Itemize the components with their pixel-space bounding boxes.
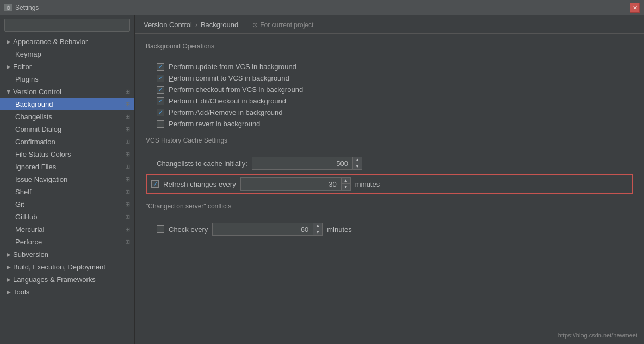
- sidebar-item-version-control[interactable]: ▶Version Control⊞: [0, 85, 134, 98]
- check-every-spinner: ▲ ▼: [212, 223, 323, 236]
- project-icon: ⊙: [252, 21, 258, 29]
- page-icon-file-status-colors: ⊞: [125, 151, 130, 158]
- sidebar-item-github[interactable]: GitHub⊞: [0, 211, 134, 223]
- refresh-unit: minutes: [355, 180, 380, 188]
- settings-icon: ⚙: [4, 4, 12, 11]
- main-layout: ▶Appearance & BehaviorKeymap▶EditorPlugi…: [0, 15, 644, 344]
- changelists-increment[interactable]: ▲: [353, 157, 362, 163]
- sidebar-label-commit-dialog: Commit Dialog: [15, 125, 61, 133]
- changelists-label: Changelists to cache initially:: [157, 159, 247, 168]
- divider3: [146, 216, 633, 216]
- sidebar-item-plugins[interactable]: Plugins: [0, 73, 134, 85]
- sidebar-item-background[interactable]: Background⊞: [0, 98, 134, 110]
- sidebar-label-file-status-colors: File Status Colors: [15, 150, 71, 158]
- cb-row-commit: Perform commit to VCS in background: [157, 74, 633, 82]
- changelists-row: Changelists to cache initially: ▲ ▼: [157, 157, 633, 170]
- cb-add[interactable]: [157, 109, 164, 116]
- cb-row-edit: Perform Edit/Checkout in background: [157, 97, 633, 105]
- sidebar-item-commit-dialog[interactable]: Commit Dialog⊞: [0, 123, 134, 136]
- changelists-decrement[interactable]: ▼: [353, 163, 362, 169]
- check-every-label: Check every: [169, 225, 208, 234]
- cb-refresh[interactable]: [151, 180, 159, 188]
- arrow-icon-editor: ▶: [7, 64, 11, 70]
- sidebar-label-perforce: Perforce: [15, 238, 42, 246]
- refresh-spinner: ▲ ▼: [240, 177, 351, 191]
- sidebar-item-shelf[interactable]: Shelf⊞: [0, 186, 134, 198]
- refresh-increment[interactable]: ▲: [342, 178, 350, 184]
- check-every-input[interactable]: [213, 224, 313, 235]
- page-icon-background: ⊞: [125, 101, 130, 108]
- sidebar-item-tools[interactable]: ▶Tools: [0, 286, 134, 298]
- sidebar-item-editor[interactable]: ▶Editor: [0, 60, 134, 73]
- cb-edit-label: Perform Edit/Checkout in background: [169, 97, 286, 105]
- sidebar-item-git[interactable]: Git⊞: [0, 198, 134, 211]
- sidebar-item-appearance[interactable]: ▶Appearance & Behavior: [0, 35, 134, 48]
- watermark: https://blog.csdn.net/newmeet: [558, 332, 637, 339]
- breadcrumb-separator: ›: [195, 21, 197, 29]
- check-every-spinner-buttons: ▲ ▼: [313, 223, 322, 235]
- sidebar-item-changelists[interactable]: Changelists⊞: [0, 110, 134, 123]
- arrow-icon-version-control: ▶: [6, 90, 12, 94]
- refresh-input[interactable]: [241, 179, 341, 190]
- close-button[interactable]: ✕: [630, 3, 640, 13]
- cb-checkout[interactable]: [157, 86, 164, 94]
- sidebar-item-perforce[interactable]: Perforce⊞: [0, 236, 134, 248]
- sidebar-label-ignored-files: Ignored Files: [15, 163, 56, 171]
- page-icon-confirmation: ⊞: [125, 138, 130, 145]
- sidebar-label-build-exec: Build, Execution, Deployment: [13, 263, 106, 271]
- refresh-decrement[interactable]: ▼: [342, 184, 350, 190]
- cb-commit-label: Perform commit to VCS in background: [169, 74, 289, 82]
- sidebar-label-keymap: Keymap: [15, 50, 41, 58]
- check-every-decrement[interactable]: ▼: [313, 229, 322, 235]
- sidebar-item-confirmation[interactable]: Confirmation⊞: [0, 136, 134, 148]
- page-icon-ignored-files: ⊞: [125, 163, 130, 170]
- content-area: Version Control › Background ⊙ For curre…: [135, 15, 644, 344]
- cb-row-checkout: Perform checkout from VCS in background: [157, 85, 633, 94]
- cb-revert[interactable]: [157, 120, 164, 128]
- sidebar-item-subversion[interactable]: ▶Subversion: [0, 248, 134, 261]
- title-bar: ⚙ Settings ✕: [0, 0, 644, 15]
- title-bar-text: Settings: [15, 4, 39, 11]
- sidebar-item-issue-navigation[interactable]: Issue Navigation⊞: [0, 173, 134, 186]
- arrow-icon-languages: ▶: [7, 277, 11, 282]
- sidebar-label-subversion: Subversion: [13, 250, 48, 259]
- sidebar-label-version-control: Version Control: [13, 88, 61, 96]
- cb-commit[interactable]: [157, 75, 164, 82]
- arrow-icon-tools: ▶: [7, 289, 11, 295]
- sidebar-label-editor: Editor: [13, 63, 32, 71]
- breadcrumb-project: ⊙ For current project: [252, 21, 313, 29]
- cb-checkout-label: Perform checkout from VCS in background: [169, 85, 303, 94]
- background-ops-section: Background Operations Perform update fro…: [146, 42, 633, 128]
- sidebar-label-tools: Tools: [13, 288, 29, 296]
- cb-check-every[interactable]: [157, 225, 164, 233]
- breadcrumb-current: Background: [201, 21, 238, 29]
- title-bar-left: ⚙ Settings: [4, 4, 39, 11]
- sidebar-item-file-status-colors[interactable]: File Status Colors⊞: [0, 148, 134, 161]
- breadcrumb-parent: Version Control: [144, 21, 192, 29]
- sidebar-item-ignored-files[interactable]: Ignored Files⊞: [0, 161, 134, 173]
- sidebar-item-build-exec[interactable]: ▶Build, Execution, Deployment: [0, 261, 134, 273]
- divider1: [146, 56, 633, 56]
- sidebar-label-git: Git: [15, 200, 24, 208]
- page-icon-mercurial: ⊞: [125, 226, 130, 233]
- sidebar-item-keymap[interactable]: Keymap: [0, 48, 134, 60]
- sidebar-item-mercurial[interactable]: Mercurial⊞: [0, 223, 134, 236]
- refresh-label: Refresh changes every: [163, 180, 236, 188]
- cb-update[interactable]: [157, 63, 164, 71]
- page-icon-version-control: ⊞: [125, 88, 130, 95]
- sidebar-item-languages[interactable]: ▶Languages & Frameworks: [0, 273, 134, 286]
- vcs-cache-section: VCS History Cache Settings Changelists t…: [146, 137, 633, 194]
- cb-row-revert: Perform revert in background: [157, 120, 633, 128]
- refresh-spinner-buttons: ▲ ▼: [341, 178, 350, 190]
- page-icon-git: ⊞: [125, 201, 130, 208]
- cb-edit[interactable]: [157, 97, 164, 105]
- check-every-increment[interactable]: ▲: [313, 223, 322, 229]
- sidebar-label-mercurial: Mercurial: [15, 225, 44, 234]
- page-icon-shelf: ⊞: [125, 188, 130, 195]
- arrow-icon-appearance: ▶: [7, 39, 11, 45]
- changelists-input[interactable]: [252, 158, 352, 169]
- cb-row-update: Perform update from VCS in background: [157, 63, 633, 71]
- conflicts-section: "Changed on server" conflicts Check ever…: [146, 202, 633, 236]
- search-input[interactable]: [4, 19, 130, 32]
- sidebar-label-plugins: Plugins: [15, 75, 39, 83]
